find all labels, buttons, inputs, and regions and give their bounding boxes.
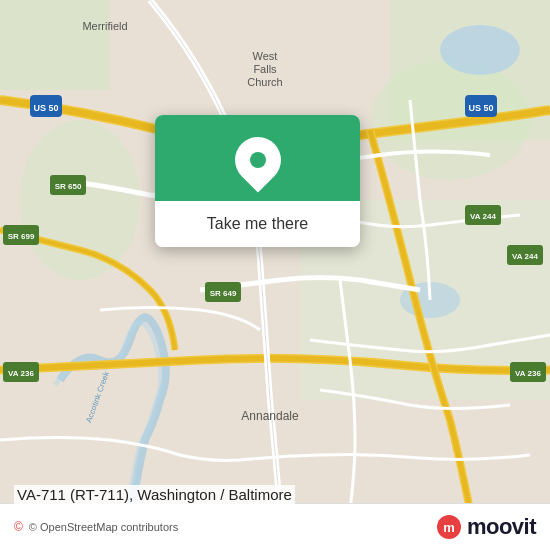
attribution-area: © © OpenStreetMap contributors	[14, 520, 178, 534]
attribution-text: © OpenStreetMap contributors	[29, 521, 178, 533]
location-pin-icon	[225, 127, 290, 192]
svg-text:SR 699: SR 699	[8, 232, 35, 241]
svg-text:Falls: Falls	[253, 63, 277, 75]
svg-text:SR 650: SR 650	[55, 182, 82, 191]
svg-text:Merrifield: Merrifield	[82, 20, 127, 32]
bottom-bar: © © OpenStreetMap contributors m moovit	[0, 503, 550, 550]
moovit-brand-text: moovit	[467, 514, 536, 540]
popup-header	[155, 115, 360, 201]
moovit-logo: m moovit	[436, 514, 536, 540]
svg-point-4	[20, 120, 140, 280]
osm-logo: ©	[14, 520, 23, 534]
svg-text:SR 649: SR 649	[210, 289, 237, 298]
svg-text:m: m	[443, 520, 455, 535]
moovit-icon: m	[436, 514, 462, 540]
map-background: US 50 US 50 SR 699 VA 236 VA 236 SR 650 …	[0, 0, 550, 550]
map-container: US 50 US 50 SR 699 VA 236 VA 236 SR 650 …	[0, 0, 550, 550]
svg-text:Annandale: Annandale	[241, 409, 299, 423]
svg-text:VA 236: VA 236	[8, 369, 34, 378]
svg-text:VA 236: VA 236	[515, 369, 541, 378]
svg-text:West: West	[253, 50, 278, 62]
svg-text:US 50: US 50	[33, 103, 58, 113]
svg-text:VA 244: VA 244	[470, 212, 496, 221]
svg-rect-1	[0, 0, 110, 90]
svg-text:Church: Church	[247, 76, 282, 88]
svg-text:US 50: US 50	[468, 103, 493, 113]
svg-point-6	[440, 25, 520, 75]
location-pin-inner	[250, 152, 266, 168]
svg-text:VA 244: VA 244	[512, 252, 538, 261]
location-title: VA-711 (RT-711), Washington / Baltimore	[14, 485, 295, 504]
take-me-there-button[interactable]: Take me there	[155, 201, 360, 247]
map-popup: Take me there	[155, 115, 360, 247]
